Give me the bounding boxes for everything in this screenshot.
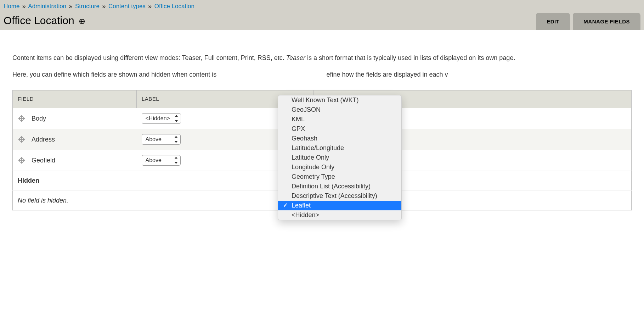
breadcrumb-home[interactable]: Home [4, 3, 19, 10]
tab-edit[interactable]: EDIT [536, 13, 570, 30]
dropdown-option[interactable]: <Hidden> [278, 210, 401, 220]
hidden-empty-text: No field is hidden. [18, 197, 68, 204]
label-select-geofield[interactable]: Above [142, 155, 181, 166]
breadcrumb: Home » Administration » Structure » Cont… [4, 3, 640, 10]
dropdown-option[interactable]: Geohash [278, 134, 401, 143]
dropdown-option[interactable]: GeoJSON [278, 105, 401, 115]
text: efine how the fields are displayed in ea… [326, 71, 448, 78]
dropdown-option[interactable]: GPX [278, 124, 401, 134]
format-dropdown-menu[interactable]: Well Known Text (WKT)GeoJSONKMLGPXGeohas… [278, 95, 402, 220]
field-name: Address [32, 136, 55, 143]
description-p2: Here, you can define which fields are sh… [12, 70, 632, 79]
title-row: Office Location EDIT MANAGE FIELDS [4, 13, 640, 30]
dropdown-option[interactable]: Well Known Text (WKT) [278, 95, 401, 105]
page-title: Office Location [4, 15, 74, 29]
dropdown-option[interactable]: Leaflet [278, 201, 401, 210]
text: Content items can be displayed using dif… [12, 54, 286, 61]
th-field: FIELD [13, 90, 137, 108]
dropdown-option[interactable]: KML [278, 115, 401, 124]
breadcrumb-sep: » [69, 3, 72, 10]
emphasis-text: Teaser [286, 54, 305, 61]
dropdown-option[interactable]: Geometry Type [278, 172, 401, 182]
text: is a short format that is typically used… [305, 54, 515, 61]
hidden-section-title: Hidden [18, 177, 39, 184]
header-bar: Home » Administration » Structure » Cont… [0, 0, 644, 30]
dropdown-option[interactable]: Definition List (Accessibility) [278, 182, 401, 191]
tab-manage-fields[interactable]: MANAGE FIELDS [573, 13, 640, 30]
drag-handle-icon[interactable] [18, 156, 26, 164]
breadcrumb-structure[interactable]: Structure [75, 3, 100, 10]
dropdown-option[interactable]: Descriptive Text (Accessibility) [278, 191, 401, 201]
tabs: EDIT MANAGE FIELDS [536, 13, 640, 30]
dropdown-option[interactable]: Latitude Only [278, 153, 401, 162]
description-p1: Content items can be displayed using dif… [12, 53, 632, 63]
dropdown-option[interactable]: Longitude Only [278, 162, 401, 172]
title-left: Office Location [4, 15, 85, 29]
label-select-address[interactable]: Above [142, 134, 181, 145]
breadcrumb-sep: » [22, 3, 26, 10]
breadcrumb-sep: » [148, 3, 152, 10]
add-icon[interactable] [79, 19, 85, 24]
label-select-body[interactable]: <Hidden> [142, 113, 181, 124]
breadcrumb-administration[interactable]: Administration [28, 3, 66, 10]
breadcrumb-office-location[interactable]: Office Location [154, 3, 194, 10]
field-name: Geofield [32, 156, 55, 164]
dropdown-option[interactable]: Latitude/Longitude [278, 143, 401, 153]
breadcrumb-content-types[interactable]: Content types [108, 3, 146, 10]
breadcrumb-sep: » [102, 3, 106, 10]
drag-handle-icon[interactable] [18, 115, 26, 122]
drag-handle-icon[interactable] [18, 136, 26, 143]
field-name: Body [32, 115, 46, 122]
text: Here, you can define which fields are sh… [12, 71, 218, 78]
